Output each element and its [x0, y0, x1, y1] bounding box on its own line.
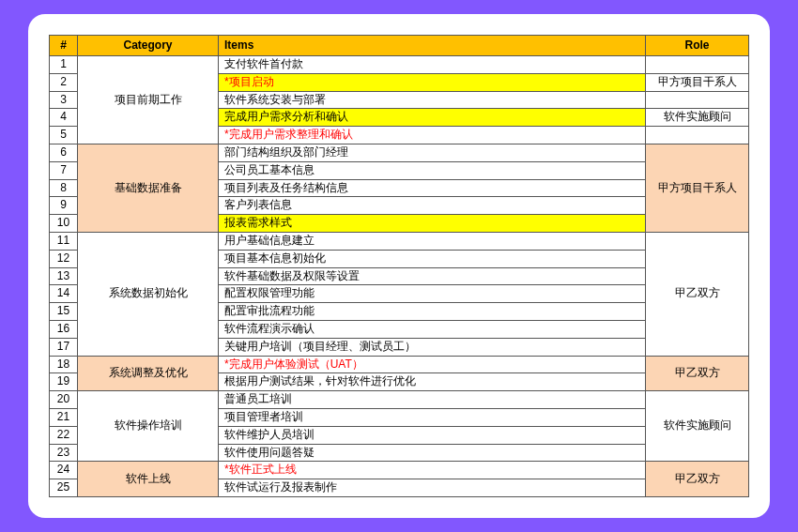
role-cell: 甲乙双方: [646, 462, 749, 497]
item-cell: *完成用户体验测试（UAT）: [219, 356, 646, 373]
row-number: 1: [50, 56, 78, 74]
header-items: Items: [219, 36, 646, 56]
item-cell: 公司员工基本信息: [219, 161, 646, 179]
table-row: 20软件操作培训普通员工培训软件实施顾问: [50, 391, 749, 409]
page-background: # Category Items Role 1项目前期工作支付软件首付款2*项目…: [0, 0, 798, 532]
item-cell: 项目管理者培训: [219, 408, 646, 426]
item-cell: 报表需求样式: [219, 215, 646, 233]
row-number: 9: [50, 197, 78, 215]
table-row: 11系统数据初始化用户基础信息建立甲乙双方: [50, 233, 749, 251]
row-number: 19: [50, 373, 78, 391]
row-number: 2: [50, 73, 78, 91]
category-cell: 软件上线: [78, 462, 219, 497]
table-body: 1项目前期工作支付软件首付款2*项目启动甲方项目干系人3软件系统安装与部署4完成…: [50, 56, 749, 497]
item-cell: 软件使用问题答疑: [219, 444, 646, 462]
row-number: 22: [50, 426, 78, 444]
category-cell: 系统调整及优化: [78, 356, 219, 391]
role-cell: 软件实施顾问: [646, 391, 749, 462]
item-cell: *完成用户需求整理和确认: [219, 127, 646, 144]
item-cell: 软件基础数据及权限等设置: [219, 267, 646, 285]
item-cell: 软件流程演示确认: [219, 320, 646, 338]
role-cell: [646, 127, 749, 144]
role-cell: 甲乙双方: [646, 356, 749, 391]
item-cell: *项目启动: [219, 73, 646, 91]
item-cell: 用户基础信息建立: [219, 233, 646, 251]
item-cell: 配置权限管理功能: [219, 285, 646, 303]
role-cell: 甲乙双方: [646, 233, 749, 357]
row-number: 16: [50, 320, 78, 338]
row-number: 25: [50, 479, 78, 497]
role-cell: 软件实施顾问: [646, 109, 749, 127]
card: # Category Items Role 1项目前期工作支付软件首付款2*项目…: [28, 14, 770, 518]
row-number: 3: [50, 91, 78, 109]
item-cell: 客户列表信息: [219, 197, 646, 215]
item-cell: 配置审批流程功能: [219, 303, 646, 321]
row-number: 14: [50, 285, 78, 303]
table-row: 6基础数据准备部门结构组织及部门经理甲方项目干系人: [50, 144, 749, 162]
header-category: Category: [78, 36, 219, 56]
item-cell: 部门结构组织及部门经理: [219, 144, 646, 162]
plan-table: # Category Items Role 1项目前期工作支付软件首付款2*项目…: [49, 35, 749, 497]
row-number: 8: [50, 179, 78, 197]
role-cell: 甲方项目干系人: [646, 144, 749, 233]
row-number: 10: [50, 215, 78, 233]
row-number: 7: [50, 161, 78, 179]
item-cell: 项目基本信息初始化: [219, 250, 646, 267]
category-cell: 项目前期工作: [78, 56, 219, 144]
item-cell: 支付软件首付款: [219, 56, 646, 74]
item-cell: 软件试运行及报表制作: [219, 479, 646, 497]
table-header-row: # Category Items Role: [50, 36, 749, 56]
item-cell: 完成用户需求分析和确认: [219, 109, 646, 127]
row-number: 21: [50, 408, 78, 426]
item-cell: 软件系统安装与部署: [219, 91, 646, 109]
item-cell: 普通员工培训: [219, 391, 646, 409]
role-cell: [646, 91, 749, 109]
row-number: 20: [50, 391, 78, 409]
category-cell: 系统数据初始化: [78, 233, 219, 357]
row-number: 17: [50, 338, 78, 356]
row-number: 24: [50, 462, 78, 479]
item-cell: 软件维护人员培训: [219, 426, 646, 444]
row-number: 12: [50, 250, 78, 267]
category-cell: 软件操作培训: [78, 391, 219, 462]
header-role: Role: [646, 36, 749, 56]
header-num: #: [50, 36, 78, 56]
role-cell: 甲方项目干系人: [646, 73, 749, 91]
role-cell: [646, 56, 749, 74]
item-cell: 根据用户测试结果，针对软件进行优化: [219, 373, 646, 391]
row-number: 11: [50, 233, 78, 251]
item-cell: *软件正式上线: [219, 462, 646, 479]
table-row: 1项目前期工作支付软件首付款: [50, 56, 749, 74]
row-number: 23: [50, 444, 78, 462]
row-number: 4: [50, 109, 78, 127]
table-row: 18系统调整及优化*完成用户体验测试（UAT）甲乙双方: [50, 356, 749, 373]
row-number: 6: [50, 144, 78, 162]
row-number: 5: [50, 127, 78, 144]
row-number: 13: [50, 267, 78, 285]
table-row: 24软件上线*软件正式上线甲乙双方: [50, 462, 749, 479]
item-cell: 项目列表及任务结构信息: [219, 179, 646, 197]
item-cell: 关键用户培训（项目经理、测试员工）: [219, 338, 646, 356]
category-cell: 基础数据准备: [78, 144, 219, 233]
row-number: 15: [50, 303, 78, 321]
row-number: 18: [50, 356, 78, 373]
